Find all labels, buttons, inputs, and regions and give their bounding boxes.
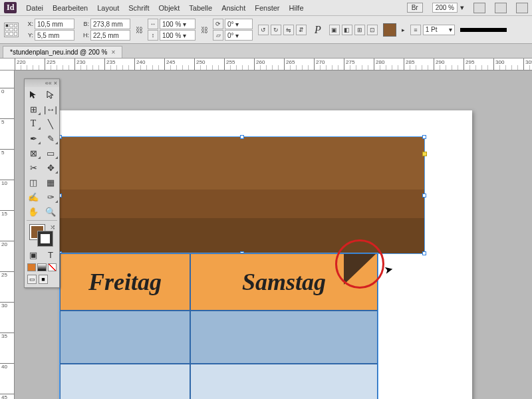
- paragraph-style-icon[interactable]: P: [312, 24, 324, 36]
- rotate-cw-icon[interactable]: ↻: [271, 25, 281, 35]
- formatting-container-icon[interactable]: ▣: [25, 247, 42, 262]
- eyedropper-tool[interactable]: ✑: [42, 190, 59, 204]
- rectangle-frame-tool[interactable]: ⊠: [25, 146, 42, 160]
- handle-mid-right[interactable]: [422, 194, 426, 198]
- document-tab-title: *stundenplan_neu.indd @ 200 %: [10, 49, 107, 56]
- scale-y-icon: ↕: [148, 30, 158, 41]
- rotate-input[interactable]: 0° ▾: [225, 19, 253, 29]
- handle-bot-right[interactable]: [422, 251, 426, 255]
- table-header-cell[interactable]: Freitag: [60, 253, 190, 311]
- gradient-feather-tool[interactable]: ▦: [42, 175, 59, 190]
- direct-selection-tool[interactable]: [42, 87, 59, 102]
- note-tool[interactable]: ✍: [25, 190, 42, 204]
- scale-x-input[interactable]: 100 % ▾: [160, 19, 196, 29]
- fill-stroke-swatch[interactable]: ⤭: [25, 222, 59, 247]
- document-tab[interactable]: *stundenplan_neu.indd @ 200 % ×: [3, 46, 122, 58]
- screen-mode-icon[interactable]: [495, 3, 507, 13]
- menu-layout[interactable]: Layout: [97, 4, 119, 12]
- size-group: B:273,8 mm H:22,5 mm: [80, 19, 130, 41]
- app-badge: Id: [4, 2, 17, 13]
- tools-panel[interactable]: «« × ⊞ |↔| T ╲ ✒ ✎ ⊠ ▭ ✂ ✥ ◫ ▦ ✍ ✑ ✋ 🔍 ⤭…: [24, 78, 60, 288]
- rotate-icon: ⟳: [213, 19, 223, 29]
- stroke-style-preview[interactable]: [460, 28, 507, 32]
- page-tool[interactable]: ⊞: [25, 102, 42, 116]
- tutorial-highlight-circle: [335, 239, 384, 289]
- formatting-text-icon[interactable]: T: [42, 247, 59, 262]
- selection-tool[interactable]: [25, 87, 42, 102]
- reference-point[interactable]: [4, 23, 19, 37]
- normal-view-icon[interactable]: ▭: [27, 275, 37, 284]
- center-content-icon[interactable]: ⊡: [367, 25, 378, 35]
- shear-icon: ▱: [213, 30, 223, 41]
- y-input[interactable]: 5,5 mm: [35, 30, 74, 41]
- corner-options-handle[interactable]: [422, 152, 427, 156]
- menu-tabelle[interactable]: Tabelle: [189, 4, 212, 12]
- preview-view-icon[interactable]: ■: [39, 275, 48, 284]
- zoom-tool[interactable]: 🔍: [42, 204, 59, 219]
- scissors-tool[interactable]: ✂: [25, 160, 42, 175]
- height-input[interactable]: 22,5 mm: [90, 30, 130, 41]
- schedule-table[interactable]: Freitag Samstag: [60, 253, 378, 399]
- table-cell[interactable]: [60, 364, 190, 399]
- document-tabstrip: *stundenplan_neu.indd @ 200 % ×: [0, 44, 532, 59]
- constrain-scale-icon[interactable]: ⛓: [201, 19, 207, 41]
- menu-schrift[interactable]: Schrift: [128, 4, 149, 12]
- collapse-icon[interactable]: ««: [45, 80, 52, 86]
- rotate-ccw-icon[interactable]: ↺: [258, 25, 269, 35]
- rectangle-tool[interactable]: ▭: [42, 146, 59, 160]
- table-cell[interactable]: [190, 311, 378, 364]
- menu-ansicht[interactable]: Ansicht: [221, 4, 245, 12]
- handle-top-right[interactable]: [422, 135, 426, 139]
- swap-fill-stroke-icon: ⤭: [50, 223, 55, 231]
- table-row: Freitag Samstag: [60, 253, 378, 311]
- menu-datei[interactable]: Datei: [26, 4, 43, 12]
- type-tool[interactable]: T: [25, 116, 42, 131]
- bridge-button[interactable]: Br: [407, 3, 423, 13]
- menu-bearbeiten[interactable]: Bearbeiten: [53, 4, 88, 12]
- menu-bar: Id Datei Bearbeiten Layout Schrift Objek…: [0, 0, 532, 16]
- hand-tool[interactable]: ✋: [25, 204, 42, 219]
- menu-hilfe[interactable]: Hilfe: [289, 4, 304, 12]
- apply-color-icon[interactable]: [27, 263, 36, 271]
- gradient-swatch-tool[interactable]: ◫: [25, 175, 42, 190]
- flip-v-icon[interactable]: ⇵: [296, 25, 307, 35]
- view-options-icon[interactable]: [473, 3, 485, 13]
- stroke-weight-input[interactable]: 1 Pt ▾: [423, 25, 455, 35]
- table-row: [60, 364, 378, 399]
- table-cell[interactable]: [190, 364, 378, 399]
- arrange-documents-icon[interactable]: [516, 3, 528, 13]
- scale-y-input[interactable]: 100 % ▾: [160, 30, 196, 41]
- x-input[interactable]: 10,5 mm: [35, 19, 74, 29]
- close-tab-icon[interactable]: ×: [111, 49, 115, 56]
- fill-swatch[interactable]: [383, 23, 396, 37]
- shear-input[interactable]: 0° ▾: [225, 30, 253, 41]
- select-content-icon[interactable]: ◧: [342, 25, 352, 35]
- flip-h-icon[interactable]: ⇋: [283, 25, 294, 35]
- free-transform-tool[interactable]: ✥: [42, 160, 59, 175]
- handle-top-mid[interactable]: [240, 135, 244, 139]
- canvas[interactable]: Freitag Samstag ➤: [15, 70, 532, 399]
- horizontal-ruler[interactable]: 2202252302352402452502552602652702752802…: [0, 59, 532, 70]
- control-bar: X:10,5 mm Y:5,5 mm B:273,8 mm H:22,5 mm …: [0, 16, 532, 44]
- menu-objekt[interactable]: Objekt: [158, 4, 180, 12]
- stroke-icon: ≡: [410, 25, 421, 35]
- zoom-combo[interactable]: 200 %▾: [432, 3, 464, 13]
- tools-panel-header[interactable]: «« ×: [25, 79, 59, 87]
- apply-none-icon[interactable]: [48, 263, 57, 271]
- width-input[interactable]: 273,8 mm: [90, 19, 130, 29]
- close-icon[interactable]: ×: [54, 80, 57, 86]
- vertical-ruler[interactable]: 0551015202530354045: [0, 70, 15, 399]
- constrain-proportions-icon[interactable]: ⛓: [136, 19, 142, 41]
- gap-tool[interactable]: |↔|: [42, 102, 59, 116]
- pencil-tool[interactable]: ✎: [42, 131, 59, 146]
- pen-tool[interactable]: ✒: [25, 131, 42, 146]
- line-tool[interactable]: ╲: [42, 116, 59, 131]
- select-container-icon[interactable]: ▣: [329, 25, 340, 35]
- table-cell[interactable]: [60, 311, 190, 364]
- position-group: X:10,5 mm Y:5,5 mm: [24, 19, 74, 41]
- menu-fenster[interactable]: Fenster: [255, 4, 279, 12]
- apply-gradient-icon[interactable]: [37, 263, 46, 271]
- fit-content-icon[interactable]: ⊞: [354, 25, 365, 35]
- selected-rectangle[interactable]: [60, 137, 424, 253]
- scale-x-icon: ↔: [148, 19, 158, 29]
